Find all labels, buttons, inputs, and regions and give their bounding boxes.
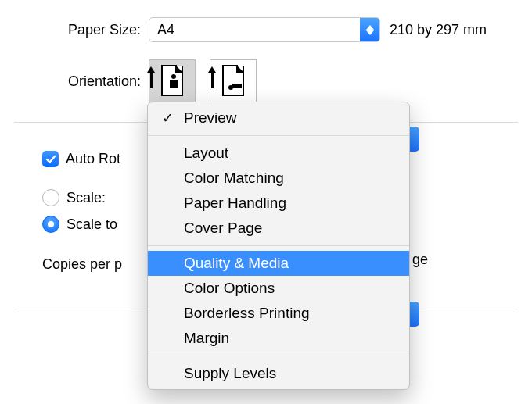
scale-radio[interactable] (42, 189, 59, 206)
menu-item-label: Supply Levels (184, 365, 276, 381)
paper-size-dimensions: 210 by 297 mm (390, 22, 487, 38)
menu-item-label: Margin (184, 330, 229, 346)
scale-to-fit-label: Scale to (66, 216, 117, 233)
menu-item-label: Cover Page (184, 220, 262, 236)
menu-item-label: Color Matching (184, 170, 284, 186)
menu-item-label: Preview (184, 109, 237, 126)
menu-item-preview[interactable]: ✓ Preview (148, 105, 409, 130)
menu-item-cover-page[interactable]: Cover Page (148, 216, 409, 241)
orientation-portrait-button[interactable] (149, 59, 196, 103)
menu-item-supply-levels[interactable]: Supply Levels (148, 361, 409, 386)
menu-item-label: Quality & Media (184, 255, 289, 271)
menu-item-paper-handling[interactable]: Paper Handling (148, 191, 409, 216)
check-icon (45, 154, 56, 165)
menu-item-color-options[interactable]: Color Options (148, 276, 409, 301)
paper-size-value: A4 (149, 22, 360, 38)
paper-size-label: Paper Size: (31, 22, 149, 38)
copies-per-page-label: Copies per p (42, 256, 122, 273)
arrow-up-icon (211, 71, 214, 88)
orientation-label: Orientation: (31, 73, 149, 90)
menu-item-borderless-printing[interactable]: Borderless Printing (148, 301, 409, 326)
scale-label: Scale: (66, 190, 106, 206)
page-landscape-icon (222, 66, 244, 96)
menu-separator (148, 356, 409, 356)
menu-item-quality-media[interactable]: Quality & Media (148, 251, 409, 276)
orientation-landscape-button[interactable] (210, 59, 257, 103)
menu-item-label: Color Options (184, 280, 275, 296)
arrow-up-icon (150, 71, 153, 88)
updown-caret-icon (360, 18, 379, 41)
paper-size-select[interactable]: A4 (149, 17, 380, 42)
page-portrait-icon (161, 66, 183, 96)
menu-item-color-matching[interactable]: Color Matching (148, 166, 409, 191)
menu-separator (148, 135, 409, 136)
print-options-menu: ✓ Preview Layout Color Matching Paper Ha… (147, 102, 410, 390)
scale-to-fit-radio[interactable] (42, 216, 59, 233)
menu-separator (148, 245, 409, 246)
auto-rotate-checkbox[interactable] (42, 151, 59, 167)
menu-item-label: Borderless Printing (184, 305, 310, 321)
menu-item-label: Layout (184, 145, 228, 161)
menu-item-margin[interactable]: Margin (148, 326, 409, 351)
auto-rotate-label: Auto Rot (66, 151, 120, 167)
menu-item-layout[interactable]: Layout (148, 141, 409, 166)
check-icon: ✓ (162, 109, 174, 127)
scale-to-fit-trailing: ge (412, 252, 428, 268)
menu-item-label: Paper Handling (184, 195, 286, 211)
